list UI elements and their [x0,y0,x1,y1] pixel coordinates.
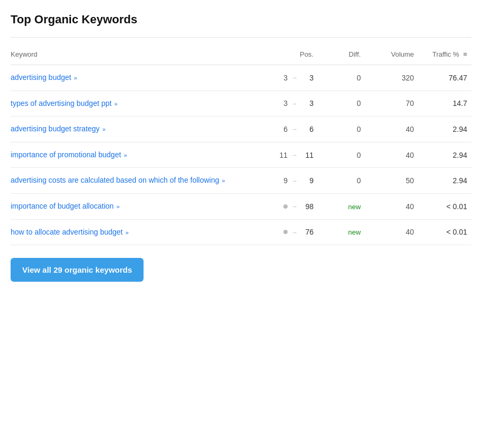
keyword-link[interactable]: importance of promotional budget » [11,150,127,159]
keyword-link[interactable]: advertising budget » [11,73,77,82]
keyword-cell: types of advertising budget ppt » [11,91,247,117]
pos-from: 3 [277,74,288,82]
traffic-cell: 76.47 [418,65,471,91]
table-row: advertising budget »3→3032076.47 [11,65,471,91]
divider [11,37,471,38]
pos-cell: →76 [247,219,318,245]
table-row: importance of promotional budget »11→110… [11,142,471,168]
keyword-link[interactable]: importance of budget allocation » [11,202,120,210]
page-title: Top Organic Keywords [11,13,471,26]
table-row: types of advertising budget ppt »3→30701… [11,91,471,117]
pos-from: 11 [277,151,288,159]
diff-cell: 0 [318,168,365,194]
arrow-icon: → [291,202,298,210]
pos-from: 9 [277,176,288,185]
keyword-cell: how to allocate advertising budget » [11,219,247,245]
traffic-cell: 2.94 [418,142,471,168]
keyword-cell: importance of promotional budget » [11,142,247,168]
arrow-icon: → [291,125,298,133]
chevron-icon: » [122,152,127,158]
arrow-icon: → [291,228,298,236]
view-all-button[interactable]: View all 29 organic keywords [11,258,144,282]
keyword-cell: importance of budget allocation » [11,193,247,219]
chevron-icon: » [72,75,77,81]
col-header-keyword: Keyword [11,46,247,65]
pos-cell: 6→6 [247,117,318,142]
col-header-traffic: Traffic % ≡ [418,46,471,65]
diff-cell: 0 [318,142,365,168]
traffic-cell: < 0.01 [418,193,471,219]
pos-to: 11 [301,151,314,159]
pos-cell: 9→9 [247,168,318,194]
volume-cell: 40 [365,117,418,142]
arrow-icon: → [291,100,298,107]
pos-to: 6 [301,125,314,133]
keyword-link[interactable]: how to allocate advertising budget » [11,228,129,236]
keyword-link[interactable]: advertising budget strategy » [11,124,105,133]
volume-cell: 40 [365,219,418,245]
new-badge: new [348,203,361,211]
chevron-icon: » [124,229,129,236]
col-header-volume: Volume [365,46,418,65]
table-row: importance of budget allocation »→98new4… [11,193,471,219]
volume-cell: 50 [365,168,418,194]
pos-dot-icon [283,230,288,234]
table-row: advertising costs are calculated based o… [11,168,471,194]
pos-cell: 3→3 [247,91,318,117]
table-row: advertising budget strategy »6→60402.94 [11,117,471,142]
pos-cell: 11→11 [247,142,318,168]
table-row: how to allocate advertising budget »→76n… [11,219,471,245]
keyword-link[interactable]: types of advertising budget ppt » [11,99,118,107]
diff-cell: new [318,193,365,219]
volume-cell: 70 [365,91,418,117]
pos-to: 3 [301,74,314,82]
keyword-link[interactable]: advertising costs are calculated based o… [11,176,225,184]
arrow-icon: → [291,177,298,185]
chevron-icon: » [220,177,225,184]
traffic-cell: 2.94 [418,168,471,194]
chevron-icon: » [115,203,120,210]
traffic-cell: 2.94 [418,117,471,142]
pos-to: 98 [301,202,314,211]
filter-icon[interactable]: ≡ [463,50,467,58]
pos-from: 3 [277,99,288,107]
pos-to: 3 [301,99,314,107]
volume-cell: 40 [365,193,418,219]
keyword-cell: advertising costs are calculated based o… [11,168,247,194]
traffic-cell: < 0.01 [418,219,471,245]
chevron-icon: » [113,101,118,107]
pos-cell: →98 [247,193,318,219]
col-header-pos: Pos. [247,46,318,65]
chevron-icon: » [101,126,105,132]
traffic-cell: 14.7 [418,91,471,117]
pos-dot-icon [283,204,288,209]
arrow-icon: → [291,74,298,82]
pos-from: 6 [277,125,288,133]
pos-to: 9 [301,176,314,185]
volume-cell: 320 [365,65,418,91]
arrow-icon: → [291,151,298,159]
diff-cell: new [318,219,365,245]
diff-cell: 0 [318,65,365,91]
new-badge: new [348,228,361,236]
pos-cell: 3→3 [247,65,318,91]
col-header-diff: Diff. [318,46,365,65]
diff-cell: 0 [318,91,365,117]
keyword-cell: advertising budget » [11,65,247,91]
keywords-table: Keyword Pos. Diff. Volume Traffic % ≡ ad… [11,46,471,245]
keyword-cell: advertising budget strategy » [11,117,247,142]
pos-to: 76 [301,228,314,236]
diff-cell: 0 [318,117,365,142]
volume-cell: 40 [365,142,418,168]
